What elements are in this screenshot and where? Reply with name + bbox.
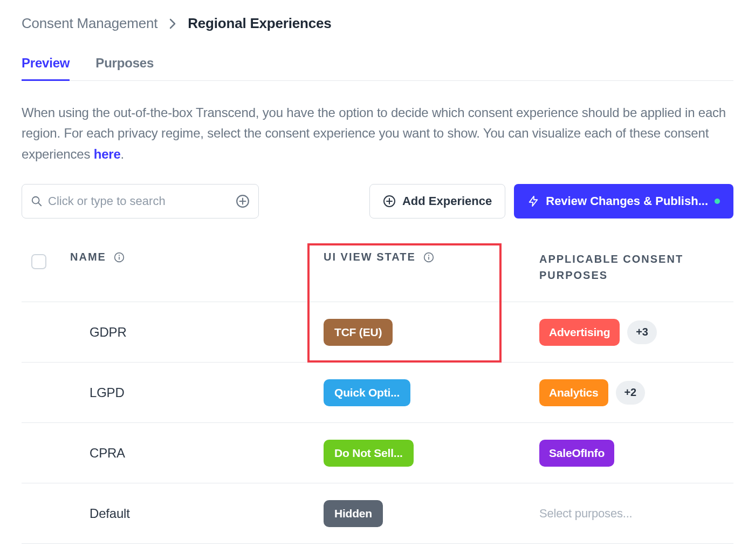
lightning-icon — [527, 195, 539, 208]
review-publish-button[interactable]: Review Changes & Publish... — [514, 184, 733, 218]
review-publish-label: Review Changes & Publish... — [546, 194, 708, 208]
breadcrumb-parent[interactable]: Consent Management — [22, 15, 157, 32]
breadcrumb: Consent Management Regional Experiences — [22, 15, 733, 32]
state-pill[interactable]: Do Not Sell... — [324, 440, 414, 467]
chevron-right-icon — [169, 18, 176, 29]
cell-name[interactable]: CPRA — [70, 446, 324, 461]
purposes-placeholder[interactable]: Select purposes... — [539, 507, 633, 521]
column-header-ui-view-state[interactable]: UI VIEW STATE — [324, 251, 539, 263]
cell-ui-view-state[interactable]: TCF (EU) — [324, 319, 539, 346]
table-header-row: NAME UI VIEW STATE APPLICABLE CONSENT PU… — [22, 240, 733, 302]
table-row[interactable]: LGPDQuick Opti...Analytics+2 — [22, 363, 733, 423]
table-row[interactable]: GDPRTCF (EU)Advertising+3 — [22, 302, 733, 363]
description-link-here[interactable]: here — [94, 147, 121, 161]
experiences-table: NAME UI VIEW STATE APPLICABLE CONSENT PU… — [22, 240, 733, 544]
search-input[interactable] — [43, 194, 236, 208]
add-experience-button[interactable]: Add Experience — [369, 184, 505, 218]
cell-name[interactable]: Default — [70, 506, 324, 521]
purpose-pill[interactable]: Analytics — [539, 379, 608, 406]
unpublished-indicator-dot — [715, 199, 720, 204]
cell-purposes[interactable]: Select purposes... — [539, 507, 733, 521]
tab-preview[interactable]: Preview — [22, 56, 70, 80]
column-header-ui-view-state-label: UI VIEW STATE — [324, 251, 416, 263]
breadcrumb-current: Regional Experiences — [188, 15, 331, 32]
cell-purposes[interactable]: Analytics+2 — [539, 379, 733, 406]
state-pill[interactable]: TCF (EU) — [324, 319, 393, 346]
column-header-purposes[interactable]: APPLICABLE CONSENT PURPOSES — [539, 251, 733, 283]
info-icon[interactable] — [114, 252, 125, 263]
page-description: When using the out-of-the-box Transcend,… — [22, 103, 733, 165]
cell-purposes[interactable]: Advertising+3 — [539, 319, 733, 346]
cell-purposes[interactable]: SaleOfInfo — [539, 440, 733, 467]
svg-line-1 — [38, 203, 41, 206]
column-header-purposes-label: APPLICABLE CONSENT PURPOSES — [539, 251, 733, 283]
column-header-name-label: NAME — [70, 251, 106, 263]
purpose-pill[interactable]: SaleOfInfo — [539, 440, 614, 467]
svg-point-9 — [119, 255, 120, 256]
table-row[interactable]: DefaultHiddenSelect purposes... — [22, 483, 733, 544]
plus-circle-icon[interactable] — [236, 194, 250, 208]
search-field-wrap[interactable] — [22, 184, 259, 218]
toolbar: Add Experience Review Changes & Publish.… — [22, 184, 733, 218]
more-count-pill[interactable]: +3 — [627, 320, 656, 344]
svg-point-12 — [428, 255, 429, 256]
tab-purposes[interactable]: Purposes — [95, 56, 154, 80]
cell-name[interactable]: LGPD — [70, 385, 324, 400]
more-count-pill[interactable]: +2 — [616, 381, 645, 405]
svg-rect-10 — [119, 256, 120, 259]
tabs: Preview Purposes — [22, 56, 733, 81]
add-experience-label: Add Experience — [402, 194, 492, 208]
search-icon — [31, 195, 43, 207]
cell-name[interactable]: GDPR — [70, 325, 324, 340]
cell-ui-view-state[interactable]: Quick Opti... — [324, 379, 539, 406]
state-pill[interactable]: Hidden — [324, 500, 383, 527]
table-row[interactable]: CPRADo Not Sell...SaleOfInfo — [22, 423, 733, 483]
purpose-pill[interactable]: Advertising — [539, 319, 620, 346]
description-text: When using the out-of-the-box Transcend,… — [22, 105, 726, 161]
state-pill[interactable]: Quick Opti... — [324, 379, 410, 406]
cell-ui-view-state[interactable]: Do Not Sell... — [324, 440, 539, 467]
description-text-after: . — [121, 147, 124, 161]
svg-rect-13 — [428, 256, 429, 259]
select-all-cell — [22, 251, 70, 269]
cell-ui-view-state[interactable]: Hidden — [324, 500, 539, 527]
column-header-name[interactable]: NAME — [70, 251, 324, 263]
plus-circle-icon — [383, 195, 396, 208]
select-all-checkbox[interactable] — [31, 254, 46, 269]
info-icon[interactable] — [423, 252, 434, 263]
